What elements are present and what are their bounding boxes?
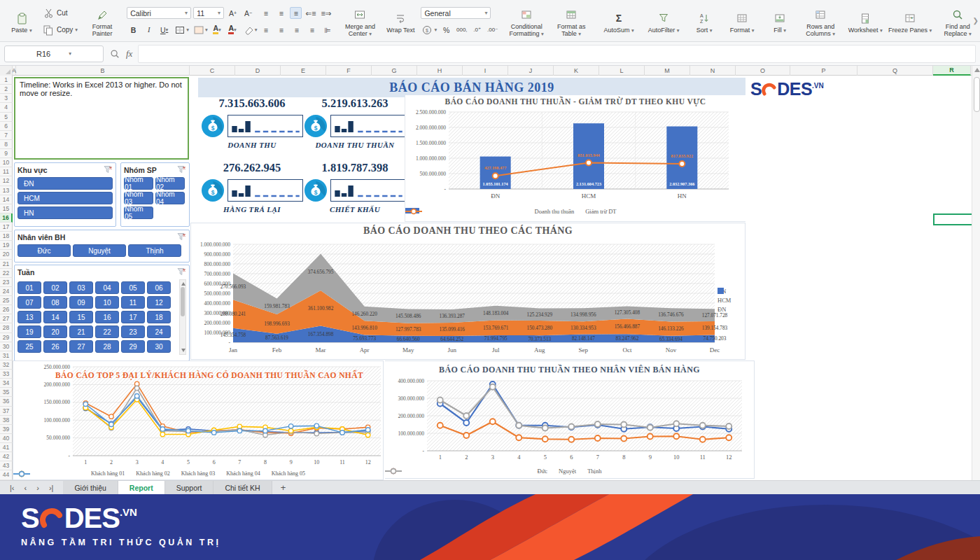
row-header-10[interactable]: 10 <box>0 158 13 167</box>
first-sheet-icon[interactable]: |‹ <box>10 484 15 492</box>
formula-input[interactable] <box>138 45 976 63</box>
align-left-icon[interactable]: ≡ <box>259 24 272 36</box>
italic-button[interactable]: I <box>142 24 155 36</box>
format-as-table-button[interactable]: Format as Table ▾ <box>552 6 591 38</box>
row-header-35[interactable]: 35 <box>0 388 13 397</box>
bold-button[interactable]: B <box>127 24 140 36</box>
slicer-button[interactable]: Nhóm 02 <box>155 177 185 190</box>
autofilter-button[interactable]: AutoFilter ▾ <box>641 9 686 34</box>
slicer-scrollbar[interactable] <box>179 279 186 355</box>
row-header-31[interactable]: 31 <box>0 351 13 360</box>
row-header-25[interactable]: 25 <box>0 296 13 305</box>
column-header-K[interactable]: K <box>554 66 599 76</box>
underline-button[interactable]: U▾ <box>158 24 171 36</box>
slicer-button[interactable]: 30 <box>147 340 171 353</box>
distributed-icon[interactable]: ⊫ <box>321 24 334 36</box>
decrease-font-icon[interactable]: A− <box>241 7 255 19</box>
slicer-button[interactable]: 15 <box>69 311 93 323</box>
justify-icon[interactable]: ≡ <box>305 24 318 36</box>
sort-button[interactable]: AZSort ▾ <box>689 9 720 34</box>
sheet-tab-giới-thiệu[interactable]: Giới thiệu <box>63 481 118 494</box>
row-header-41[interactable]: 41 <box>0 443 13 452</box>
format-painter-button[interactable]: Format Painter <box>83 6 122 38</box>
row-header-34[interactable]: 34 <box>0 379 13 388</box>
conditional-formatting-button[interactable]: Conditional Formatting ▾ <box>504 6 549 38</box>
slicer-button[interactable]: 06 <box>147 281 171 294</box>
column-header-N[interactable]: N <box>690 66 736 76</box>
freeze-panes-button[interactable]: *Freeze Panes ▾ <box>888 9 932 34</box>
fx-icon[interactable]: fx <box>126 48 132 59</box>
slicer-button[interactable]: 05 <box>121 281 145 294</box>
slicer-button[interactable]: 16 <box>95 311 119 323</box>
slicer-button[interactable]: Thịnh <box>128 244 181 257</box>
slicer-button[interactable]: 21 <box>69 326 93 338</box>
row-header-30[interactable]: 30 <box>0 342 13 351</box>
row-header-17[interactable]: 17 <box>0 223 13 232</box>
increase-indent-icon[interactable]: ≡⇒ <box>319 7 332 19</box>
ribbon-collapse-icon[interactable]: ❯ <box>973 17 979 24</box>
row-header-20[interactable]: 20 <box>0 250 13 259</box>
row-header-32[interactable]: 32 <box>0 360 13 370</box>
row-header-44[interactable]: 44 <box>0 470 13 479</box>
cut-button[interactable]: Cut <box>40 6 80 20</box>
thousand-separator-icon[interactable]: 000, <box>455 24 468 36</box>
row-header-9[interactable]: 9 <box>0 149 13 158</box>
row-header-15[interactable]: 15 <box>0 204 13 214</box>
clear-filter-icon[interactable] <box>177 164 186 176</box>
align-bottom-icon[interactable]: ≡ <box>290 7 302 19</box>
slicer-button[interactable]: Nhóm 04 <box>155 192 185 204</box>
clear-filter-icon[interactable] <box>177 266 186 279</box>
slicer-button[interactable]: 10 <box>95 296 119 309</box>
row-header-16[interactable]: 16 <box>0 214 13 223</box>
next-sheet-icon[interactable]: › <box>36 484 39 492</box>
row-header-37[interactable]: 37 <box>0 407 13 416</box>
row-header-3[interactable]: 3 <box>0 94 13 103</box>
slicer-button[interactable]: 19 <box>18 326 41 338</box>
eraser-button[interactable]: ▾ <box>241 24 258 36</box>
slicer-button[interactable]: 02 <box>43 281 67 294</box>
column-header-H[interactable]: H <box>417 66 463 76</box>
row-header-11[interactable]: 11 <box>0 167 13 176</box>
slicer-button[interactable]: 25 <box>18 340 41 353</box>
selected-cell-outline[interactable] <box>933 214 972 225</box>
slicer-button[interactable]: 23 <box>121 326 145 338</box>
decrease-decimal-icon[interactable]: .00⁻ <box>486 24 499 36</box>
slicer-button[interactable]: 29 <box>121 340 145 353</box>
slicer-button[interactable]: Nguyệt <box>73 244 126 257</box>
slicer-button[interactable]: 04 <box>95 281 119 294</box>
slicer-button[interactable]: HN <box>18 206 113 219</box>
slicer-button[interactable]: 17 <box>121 311 145 323</box>
slicer-button[interactable]: 27 <box>69 340 93 353</box>
scroll-up-icon[interactable] <box>181 282 186 286</box>
row-header-36[interactable]: 36 <box>0 397 13 406</box>
wrap-text-button[interactable]: Wrap Text <box>385 9 416 34</box>
sheet-area[interactable]: 1234567891011121314151617181920212223242… <box>0 76 972 480</box>
autosum-button[interactable]: ΣAutoSum ▾ <box>599 9 638 34</box>
sheet-tab-report[interactable]: Report <box>118 481 165 494</box>
column-header-P[interactable]: P <box>790 66 858 76</box>
slicer-button[interactable]: 13 <box>18 311 41 323</box>
align-center-icon[interactable]: ≡ <box>274 24 288 36</box>
last-sheet-icon[interactable]: ›| <box>49 484 54 492</box>
increase-decimal-icon[interactable]: .0⁺ <box>470 24 484 36</box>
column-header-O[interactable]: O <box>736 66 790 76</box>
slicer-button[interactable]: 08 <box>43 296 67 309</box>
row-header-18[interactable]: 18 <box>0 232 13 241</box>
row-header-38[interactable]: 38 <box>0 416 13 425</box>
column-header-R[interactable]: R <box>933 66 971 76</box>
column-header-J[interactable]: J <box>508 66 554 76</box>
slicer-button[interactable]: HCM <box>18 192 113 204</box>
column-header-D[interactable]: D <box>235 66 281 76</box>
slicer-button[interactable]: Nhóm 01 <box>124 177 153 190</box>
column-header-Q[interactable]: Q <box>858 66 933 76</box>
row-header-27[interactable]: 27 <box>0 314 13 323</box>
slicer-button[interactable]: 09 <box>69 296 93 309</box>
slicer-button[interactable]: 20 <box>43 326 67 338</box>
row-header-5[interactable]: 5 <box>0 113 13 122</box>
row-header-40[interactable]: 40 <box>0 434 13 443</box>
align-right-icon[interactable]: ≡ <box>290 24 303 36</box>
row-header-29[interactable]: 29 <box>0 333 13 342</box>
row-header-7[interactable]: 7 <box>0 131 13 140</box>
align-top-icon[interactable]: ≡ <box>259 7 272 19</box>
scrollbar-thumb[interactable] <box>974 77 980 112</box>
